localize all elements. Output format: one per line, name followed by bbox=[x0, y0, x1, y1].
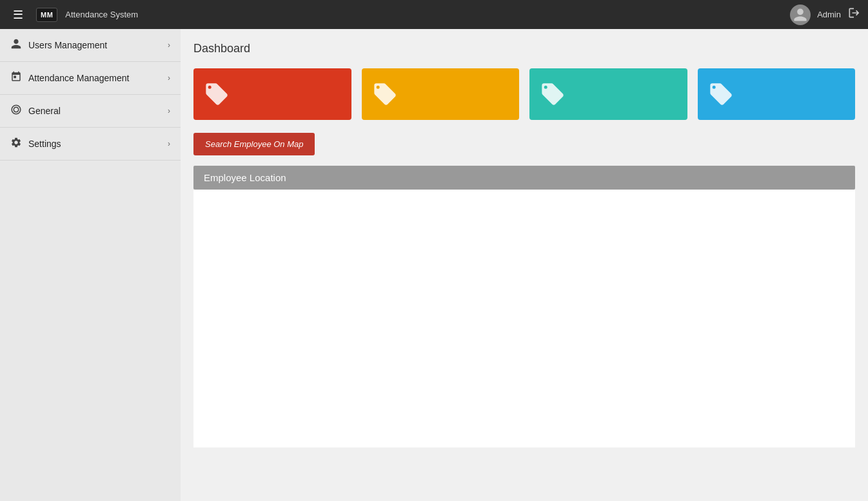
chevron-right-icon: › bbox=[168, 41, 170, 50]
brand-logo: MM bbox=[36, 8, 57, 22]
hamburger-icon: ☰ bbox=[13, 8, 23, 21]
dashboard-card-teal[interactable] bbox=[529, 68, 687, 120]
logout-icon[interactable] bbox=[847, 6, 860, 23]
topbar-left: ☰ MM Attendance System bbox=[8, 8, 138, 22]
tag-icon-orange bbox=[372, 81, 398, 107]
layout: Users Management › Attendance Management… bbox=[0, 29, 868, 501]
employee-location-section: Employee Location bbox=[193, 166, 855, 447]
topbar: ☰ MM Attendance System Admin bbox=[0, 0, 868, 29]
sidebar-item-left: Users Management bbox=[10, 38, 107, 52]
users-icon bbox=[10, 38, 22, 52]
dashboard-card-red[interactable] bbox=[193, 68, 351, 120]
tag-icon-blue bbox=[708, 81, 734, 107]
general-icon bbox=[10, 104, 22, 118]
attendance-icon bbox=[10, 71, 22, 85]
sidebar-item-general[interactable]: General › bbox=[0, 95, 181, 128]
employee-location-header: Employee Location bbox=[193, 166, 855, 190]
dashboard-card-orange[interactable] bbox=[362, 68, 520, 120]
tag-icon-teal bbox=[540, 81, 566, 107]
sidebar-item-label: Users Management bbox=[28, 40, 107, 50]
dashboard-card-blue[interactable] bbox=[698, 68, 856, 120]
cards-row bbox=[193, 68, 855, 120]
chevron-right-icon: › bbox=[168, 139, 170, 148]
chevron-right-icon: › bbox=[168, 74, 170, 83]
sidebar-item-left: Settings bbox=[10, 137, 61, 151]
sidebar-item-settings[interactable]: Settings › bbox=[0, 128, 181, 161]
chevron-right-icon: › bbox=[168, 106, 170, 115]
tag-icon-red bbox=[204, 81, 230, 107]
search-employee-on-map-button[interactable]: Search Employee On Map bbox=[193, 133, 315, 155]
sidebar-item-label: General bbox=[28, 106, 61, 116]
main-content: Dashboard bbox=[181, 29, 868, 501]
settings-icon bbox=[10, 137, 22, 151]
sidebar-item-left: General bbox=[10, 104, 61, 118]
sidebar-item-label: Settings bbox=[28, 139, 61, 149]
sidebar-item-left: Attendance Management bbox=[10, 71, 129, 85]
topbar-right: Admin bbox=[790, 5, 860, 25]
admin-name: Admin bbox=[817, 10, 841, 19]
sidebar-item-users-management[interactable]: Users Management › bbox=[0, 29, 181, 62]
hamburger-button[interactable]: ☰ bbox=[8, 8, 28, 22]
sidebar: Users Management › Attendance Management… bbox=[0, 29, 181, 501]
employee-location-title: Employee Location bbox=[204, 172, 286, 183]
sidebar-item-attendance-management[interactable]: Attendance Management › bbox=[0, 62, 181, 95]
employee-location-body bbox=[193, 190, 855, 447]
brand-title: Attendance System bbox=[65, 10, 138, 19]
avatar bbox=[790, 5, 811, 25]
page-title: Dashboard bbox=[193, 42, 855, 55]
sidebar-item-label: Attendance Management bbox=[28, 73, 129, 83]
